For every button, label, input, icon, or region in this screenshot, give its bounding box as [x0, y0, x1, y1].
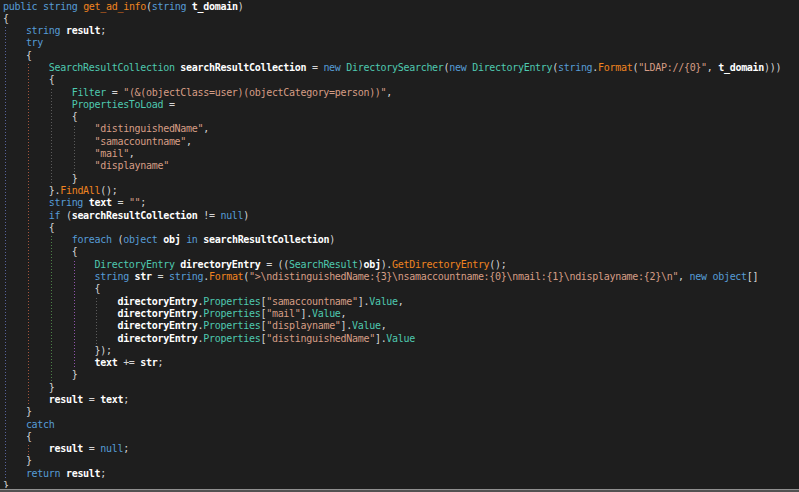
code-token: } [3, 369, 77, 380]
code-token: string [43, 1, 77, 12]
code-token: SearchResult [289, 259, 358, 270]
code-token: Format [209, 271, 243, 282]
code-token: (); [100, 185, 117, 196]
code-token: ">\ndistinguishedName:{3}\nsamaccountnam… [249, 271, 678, 282]
code-token: = [106, 87, 123, 98]
code-line-11: "distinguishedName", [3, 123, 781, 135]
code-line-3: string result; [3, 25, 781, 37]
code-token: = [112, 197, 129, 208]
code-token: } [3, 406, 32, 417]
code-token: } [3, 382, 55, 393]
code-token: ; [100, 468, 106, 479]
code-token: ; [140, 197, 146, 208]
code-token: , [129, 148, 135, 159]
code-token [3, 87, 72, 98]
horizontal-scrollbar[interactable] [0, 488, 799, 492]
code-line-24: { [3, 283, 781, 295]
code-token: ) [238, 1, 244, 12]
code-line-1: public string get_ad_info(string t_domai… [3, 1, 781, 13]
code-line-7: { [3, 74, 781, 86]
code-token [3, 259, 95, 270]
code-token: catch [26, 419, 55, 430]
code-token: ]. [301, 308, 312, 319]
code-token: "" [129, 197, 140, 208]
code-line-16: }.FindAll(); [3, 185, 781, 197]
code-token: string [49, 197, 83, 208]
code-token: "LDAP://{0}" [638, 62, 707, 73]
code-token: }. [3, 185, 60, 196]
code-token: new [690, 271, 707, 282]
code-token: null [220, 210, 243, 221]
code-token: } [3, 173, 77, 184]
code-token: text [100, 394, 123, 405]
code-token: str [135, 271, 152, 282]
code-token: foreach [72, 234, 112, 245]
code-token: new [449, 62, 466, 73]
code-token: ]. [375, 333, 386, 344]
code-line-14: "displayname" [3, 160, 781, 172]
code-line-32: } [3, 382, 781, 394]
code-token: null [100, 443, 123, 454]
code-token: Properties [203, 320, 260, 331]
code-token: result [49, 443, 83, 454]
code-token: directoryEntry [117, 308, 197, 319]
code-token: { [3, 246, 77, 257]
code-line-9: PropertiesToLoad = [3, 99, 781, 111]
code-line-26: directoryEntry.Properties["mail"].Value, [3, 308, 781, 320]
code-line-17: string text = ""; [3, 197, 781, 209]
code-line-10: { [3, 111, 781, 123]
code-token: Value [352, 320, 381, 331]
code-token [3, 25, 26, 36]
code-token: { [3, 50, 32, 61]
code-token: string [152, 1, 186, 12]
code-token: directoryEntry [117, 296, 197, 307]
code-token: directoryEntry [180, 259, 260, 270]
code-token [3, 394, 49, 405]
code-token: { [3, 74, 55, 85]
code-token [3, 123, 95, 134]
code-token: DirectorySearcher [346, 62, 443, 73]
code-line-18: if (searchResultCollection != null) [3, 210, 781, 222]
code-token: FindAll [60, 185, 100, 196]
code-token: object [123, 234, 157, 245]
code-token: ; [123, 394, 129, 405]
code-line-15: } [3, 173, 781, 185]
code-line-2: { [3, 13, 781, 25]
code-token: , [341, 308, 347, 319]
code-token: != [198, 210, 221, 221]
code-token: ; [100, 25, 106, 36]
code-token: searchResultCollection [180, 62, 306, 73]
code-token: try [26, 37, 43, 48]
code-token: searchResultCollection [203, 234, 329, 245]
code-token: ). [381, 259, 392, 270]
code-token: { [3, 13, 9, 24]
code-token: t_domain [718, 62, 764, 73]
code-token: Filter [72, 87, 106, 98]
code-token [3, 320, 117, 331]
code-token: result [49, 394, 83, 405]
code-token: ( [112, 234, 123, 245]
code-line-36: { [3, 431, 781, 443]
code-token: Value [312, 308, 341, 319]
code-line-28: directoryEntry.Properties["distinguished… [3, 333, 781, 345]
code-line-19: { [3, 222, 781, 234]
code-line-5: { [3, 50, 781, 62]
code-token: Value [386, 333, 415, 344]
code-token [3, 308, 117, 319]
code-token: ]. [358, 296, 369, 307]
code-token: (); [489, 259, 506, 270]
code-token: { [3, 111, 77, 122]
code-line-22: DirectoryEntry directoryEntry = ((Search… [3, 259, 781, 271]
code-token [3, 160, 95, 171]
code-token: string [26, 25, 60, 36]
code-token: string [169, 271, 203, 282]
code-token [3, 443, 49, 454]
code-token: "(&(objectClass=user)(objectCategory=per… [123, 87, 386, 98]
code-line-38: } [3, 455, 781, 467]
code-token: "mail" [266, 308, 300, 319]
code-token: , [386, 87, 392, 98]
code-line-12: "samaccountname", [3, 136, 781, 148]
code-token: result [66, 468, 100, 479]
code-editor-viewport[interactable]: public string get_ad_info(string t_domai… [0, 0, 799, 492]
code-token: += [117, 357, 140, 368]
